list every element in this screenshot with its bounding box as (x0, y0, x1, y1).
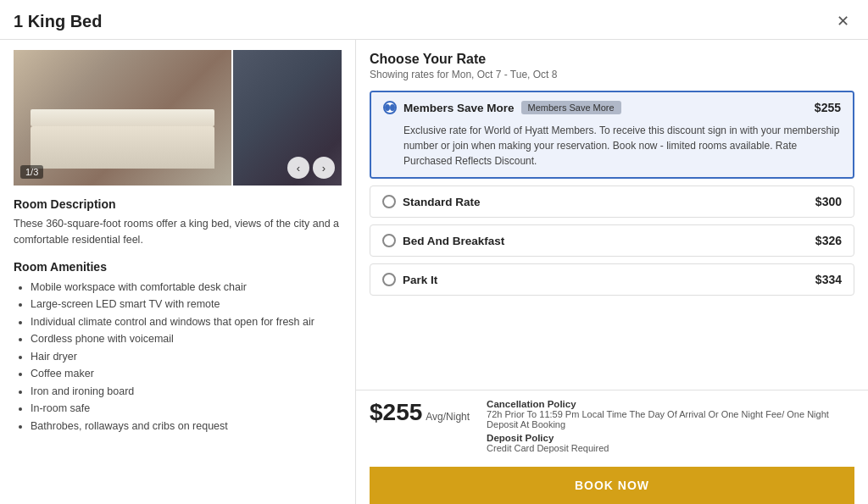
price-amount: $255 (370, 399, 422, 426)
rate-badge-members-save: Members Save More (521, 101, 621, 114)
image-counter: 1/3 (20, 165, 43, 179)
close-button[interactable]: ✕ (832, 10, 854, 32)
rate-option-bed-breakfast[interactable]: Bed And Breakfast $326 (370, 224, 854, 257)
choose-rate-subtitle: Showing rates for Mon, Oct 7 - Tue, Oct … (370, 69, 854, 80)
rate-options-container: Members Save More Members Save More $255… (370, 91, 854, 296)
room-amenities-title: Room Amenities (14, 260, 342, 274)
rate-option-header-members-save: Members Save More Members Save More $255 (371, 92, 853, 123)
amenity-item: Individual climate control and windows t… (31, 315, 342, 330)
rate-description-members-save: Exclusive rate for World of Hyatt Member… (371, 123, 853, 177)
right-panel-scroll: Choose Your Rate Showing rates for Mon, … (356, 40, 868, 390)
modal-body: 1/3 ‹ › Room Description These 360-squar… (0, 40, 868, 504)
amenity-item: Iron and ironing board (31, 385, 342, 400)
amenity-item: Coffee maker (31, 367, 342, 382)
amenity-item: In-room safe (31, 402, 342, 417)
deposit-policy: Deposit Policy Credit Card Deposit Requi… (487, 433, 854, 453)
amenity-item: Cordless phone with voicemail (31, 332, 342, 347)
rate-option-standard[interactable]: Standard Rate $300 (370, 186, 854, 218)
rate-price-park-it: $334 (815, 273, 842, 286)
rate-name-bed-breakfast: Bed And Breakfast (403, 235, 504, 247)
rate-price-members-save: $255 (815, 101, 841, 114)
amenity-item: Large-screen LED smart TV with remote (31, 297, 342, 313)
modal-title: 1 King Bed (14, 12, 102, 31)
room-description-title: Room Description (14, 197, 342, 211)
rate-option-members-save[interactable]: Members Save More Members Save More $255… (370, 91, 854, 179)
deposit-value: Credit Card Deposit Required (487, 443, 854, 453)
image-gallery: 1/3 ‹ › (14, 50, 342, 186)
rate-option-left-members-save: Members Save More Members Save More (383, 101, 621, 114)
amenities-list: Mobile workspace with comfortable desk c… (14, 280, 342, 435)
main-image-bg (14, 50, 231, 186)
rate-option-left-bed-breakfast: Bed And Breakfast (382, 234, 504, 247)
deposit-label: Deposit Policy (487, 433, 854, 443)
gallery-nav: ‹ › (287, 157, 335, 179)
right-footer: $255 Avg/Night Cancellation Policy 72h P… (356, 390, 868, 504)
amenity-item: Bathrobes, rollaways and cribs on reques… (31, 419, 342, 435)
right-panel: Choose Your Rate Showing rates for Mon, … (356, 40, 868, 504)
price-per-night: Avg/Night (426, 411, 470, 423)
rate-price-bed-breakfast: $326 (815, 234, 842, 247)
rate-name-standard: Standard Rate (403, 196, 481, 208)
gallery-main-image (14, 50, 231, 186)
book-now-button[interactable]: BOOK NOW (370, 467, 854, 504)
price-display: $255 Avg/Night (370, 399, 470, 426)
rate-name-park-it: Park It (403, 274, 437, 286)
rate-radio-members-save (383, 101, 397, 114)
rate-price-standard: $300 (815, 195, 842, 208)
gallery-prev-button[interactable]: ‹ (287, 157, 309, 179)
cancellation-label: Cancellation Policy (487, 399, 854, 409)
amenity-item: Hair dryer (31, 350, 342, 365)
pricing-info: $255 Avg/Night Cancellation Policy 72h P… (370, 399, 854, 457)
rate-option-header-bed-breakfast: Bed And Breakfast $326 (370, 225, 854, 256)
rate-radio-bed-breakfast (382, 234, 396, 247)
rate-option-left-standard: Standard Rate (382, 195, 481, 208)
cancellation-policy: Cancellation Policy 72h Prior To 11:59 P… (487, 399, 854, 429)
amenity-item: Mobile workspace with comfortable desk c… (31, 280, 342, 296)
rate-option-header-standard: Standard Rate $300 (370, 186, 854, 217)
cancellation-value: 72h Prior To 11:59 Pm Local Time The Day… (487, 409, 854, 429)
policy-info: Cancellation Policy 72h Prior To 11:59 P… (487, 399, 854, 457)
left-panel: 1/3 ‹ › Room Description These 360-squar… (0, 40, 356, 504)
rate-radio-park-it (382, 273, 396, 286)
rate-option-header-park-it: Park It $334 (370, 264, 854, 295)
rate-option-left-park-it: Park It (382, 273, 437, 286)
rate-radio-standard (382, 195, 396, 208)
rate-option-park-it[interactable]: Park It $334 (370, 263, 854, 296)
rate-name-members-save: Members Save More (403, 102, 515, 114)
gallery-next-button[interactable]: › (313, 157, 335, 179)
modal-header: 1 King Bed ✕ (0, 0, 868, 40)
modal: 1 King Bed ✕ 1/3 ‹ › (0, 0, 868, 504)
choose-rate-title: Choose Your Rate (370, 52, 854, 67)
room-description-text: These 360-square-foot rooms offer a king… (14, 216, 342, 248)
